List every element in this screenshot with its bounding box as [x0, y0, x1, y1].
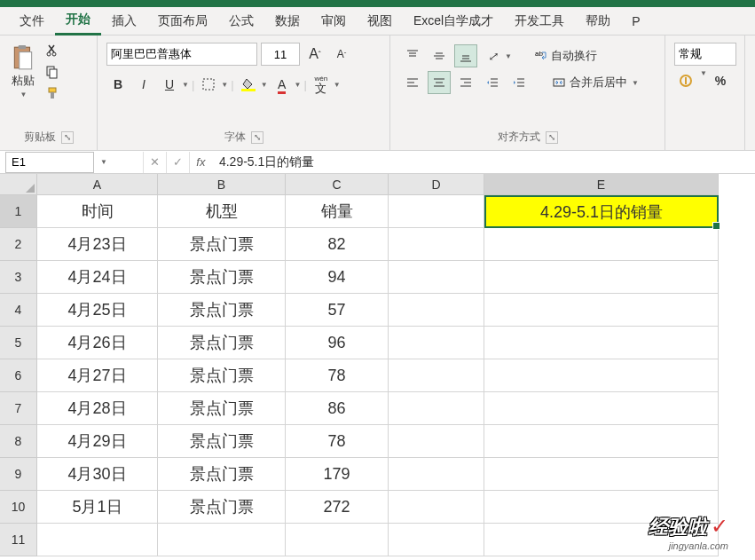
cell[interactable] — [484, 327, 719, 359]
cell[interactable] — [389, 524, 484, 556]
format-painter-icon[interactable] — [44, 85, 60, 101]
decrease-font-icon[interactable]: Aˇ — [330, 43, 353, 66]
tab-file[interactable]: 文件 — [9, 8, 55, 35]
col-header-c[interactable]: C — [286, 174, 389, 195]
align-middle-icon[interactable] — [428, 44, 451, 67]
align-bottom-icon[interactable] — [454, 44, 477, 67]
formula-input[interactable]: 4.29-5.1日的销量 — [212, 153, 755, 172]
cell[interactable]: 销量 — [286, 195, 389, 228]
tab-review[interactable]: 审阅 — [311, 8, 357, 35]
tab-view[interactable]: 视图 — [357, 8, 403, 35]
accounting-format-icon[interactable] — [674, 69, 697, 92]
row-header[interactable]: 2 — [0, 228, 37, 261]
increase-indent-icon[interactable] — [507, 71, 531, 94]
percent-icon[interactable]: % — [709, 69, 732, 92]
cell[interactable] — [389, 228, 484, 261]
align-right-icon[interactable] — [454, 71, 477, 94]
cell[interactable] — [389, 392, 484, 425]
cell[interactable]: 景点门票 — [158, 261, 286, 294]
cell[interactable]: 5月1日 — [37, 491, 158, 524]
cell[interactable]: 景点门票 — [158, 228, 286, 261]
bold-button[interactable]: B — [106, 73, 130, 96]
row-header[interactable]: 9 — [0, 458, 37, 491]
tab-excel-self[interactable]: Excel自学成才 — [403, 8, 504, 35]
cell[interactable] — [389, 491, 484, 524]
chevron-down-icon[interactable]: ▼ — [182, 81, 189, 89]
align-top-icon[interactable] — [401, 44, 424, 67]
cell[interactable] — [389, 425, 484, 458]
row-header[interactable]: 6 — [0, 359, 37, 392]
cell[interactable]: 4月24日 — [37, 261, 158, 294]
increase-font-icon[interactable]: Aˆ — [303, 43, 326, 66]
cut-icon[interactable] — [44, 43, 60, 59]
cell[interactable]: 57 — [286, 294, 389, 327]
cell[interactable] — [484, 425, 719, 458]
paste-button[interactable]: 粘贴 ▼ — [9, 43, 37, 101]
cell[interactable] — [158, 524, 286, 556]
decrease-indent-icon[interactable] — [481, 71, 504, 94]
cell[interactable] — [484, 228, 719, 261]
cell[interactable]: 景点门票 — [158, 491, 286, 524]
row-header[interactable]: 10 — [0, 491, 37, 524]
cell[interactable] — [484, 261, 719, 294]
fill-color-button[interactable] — [237, 73, 260, 96]
phonetic-button[interactable]: wén文 — [310, 73, 333, 96]
tab-pagelayout[interactable]: 页面布局 — [147, 8, 218, 35]
align-left-icon[interactable] — [401, 71, 424, 94]
cell[interactable]: 272 — [286, 491, 389, 524]
row-header[interactable]: 1 — [0, 195, 37, 228]
cell[interactable]: 景点门票 — [158, 392, 286, 425]
col-header-a[interactable]: A — [37, 174, 158, 195]
cell[interactable]: 94 — [286, 261, 389, 294]
border-button[interactable] — [197, 73, 220, 96]
font-color-button[interactable]: A — [271, 73, 294, 96]
chevron-down-icon[interactable]: ▼ — [261, 81, 268, 89]
chevron-down-icon[interactable]: ▼ — [334, 81, 341, 89]
col-header-d[interactable]: D — [389, 174, 484, 195]
chevron-down-icon[interactable]: ▼ — [295, 81, 302, 89]
copy-icon[interactable] — [44, 64, 60, 80]
cell[interactable]: 4月29日 — [37, 425, 158, 458]
cell[interactable]: 时间 — [37, 195, 158, 228]
tab-home[interactable]: 开始 — [55, 6, 101, 35]
cell[interactable]: 景点门票 — [158, 327, 286, 359]
row-header[interactable]: 7 — [0, 392, 37, 425]
row-header[interactable]: 5 — [0, 327, 37, 359]
cell[interactable]: 4月26日 — [37, 327, 158, 359]
clipboard-launcher-icon[interactable]: ⤡ — [61, 131, 74, 144]
enter-icon[interactable]: ✓ — [166, 152, 189, 173]
name-box[interactable] — [5, 152, 94, 173]
cell[interactable]: 96 — [286, 327, 389, 359]
row-header[interactable]: 11 — [0, 524, 37, 556]
cell[interactable]: 机型 — [158, 195, 286, 228]
cell[interactable]: 景点门票 — [158, 294, 286, 327]
cell[interactable] — [389, 294, 484, 327]
align-center-icon[interactable] — [428, 71, 451, 94]
cell[interactable] — [37, 524, 158, 556]
chevron-down-icon[interactable]: ▼ — [221, 81, 228, 89]
tab-data[interactable]: 数据 — [264, 8, 311, 35]
cell[interactable]: 86 — [286, 392, 389, 425]
cell[interactable]: 78 — [286, 359, 389, 392]
cell[interactable]: 4月23日 — [37, 228, 158, 261]
cell[interactable] — [389, 327, 484, 359]
cell[interactable]: 4月27日 — [37, 359, 158, 392]
cell[interactable] — [389, 195, 484, 228]
font-size-select[interactable] — [261, 43, 300, 66]
cancel-icon[interactable]: ✕ — [143, 152, 166, 173]
chevron-down-icon[interactable]: ▼ — [505, 52, 512, 60]
cell[interactable] — [389, 359, 484, 392]
cell[interactable]: 78 — [286, 425, 389, 458]
tab-developer[interactable]: 开发工具 — [504, 8, 575, 35]
merge-center-button[interactable]: 合并后居中 ▼ — [547, 71, 644, 94]
tab-insert[interactable]: 插入 — [101, 8, 147, 35]
cell[interactable] — [484, 458, 719, 491]
cell[interactable] — [286, 524, 389, 556]
underline-button[interactable]: U — [158, 73, 181, 96]
cell[interactable] — [389, 261, 484, 294]
number-format-select[interactable] — [674, 43, 736, 66]
align-launcher-icon[interactable]: ⤡ — [546, 131, 558, 144]
row-header[interactable]: 8 — [0, 425, 37, 458]
wrap-text-button[interactable]: ab 自动换行 — [528, 44, 602, 67]
select-all-corner[interactable] — [0, 174, 37, 195]
